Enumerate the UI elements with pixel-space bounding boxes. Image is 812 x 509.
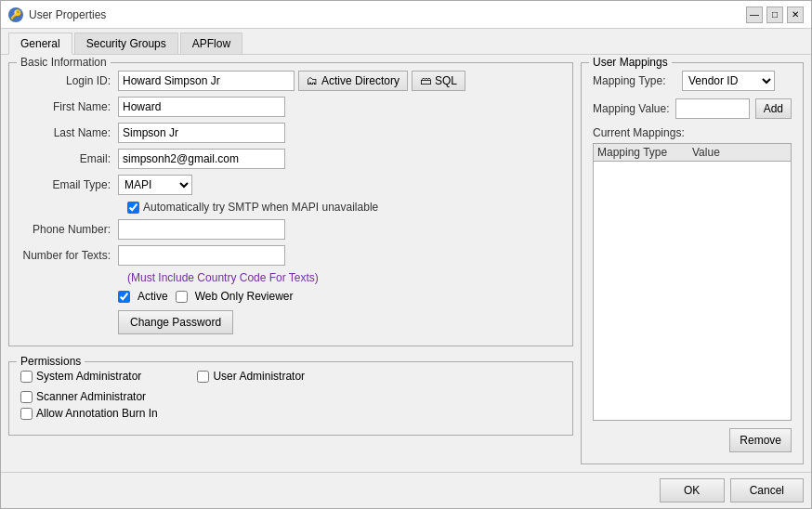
mapping-value-row: Mapping Value: Add xyxy=(593,98,792,119)
title-bar: 🔑 User Properties — □ ✕ xyxy=(1,1,811,29)
mapping-value-label: Mapping Value: xyxy=(593,102,670,115)
login-id-controls: 🗂 Active Directory 🗃 SQL xyxy=(118,71,465,91)
sys-admin-row: System Administrator xyxy=(20,370,141,383)
permissions-label: Permissions xyxy=(17,355,85,368)
tabs-bar: General Security Groups APFlow xyxy=(1,29,811,55)
window-icon: 🔑 xyxy=(8,7,23,22)
email-type-row: Email Type: MAPI SMTP Exchange xyxy=(20,175,561,195)
email-label: Email: xyxy=(20,152,118,165)
cancel-button[interactable]: Cancel xyxy=(730,478,804,502)
phone-row: Phone Number: xyxy=(20,219,561,240)
add-mapping-button[interactable]: Add xyxy=(755,98,792,119)
user-admin-label: User Administrator xyxy=(213,370,305,383)
minimize-button[interactable]: — xyxy=(746,7,763,23)
email-type-label: Email Type: xyxy=(20,178,118,191)
tab-security-groups[interactable]: Security Groups xyxy=(74,33,178,54)
web-only-label: Web Only Reviewer xyxy=(195,290,294,303)
window-title: User Properties xyxy=(29,8,106,21)
col-mapping-type: Mapping Type xyxy=(597,146,692,159)
user-admin-row: User Administrator xyxy=(197,370,305,383)
first-name-row: First Name: xyxy=(20,97,561,117)
active-label: Active xyxy=(138,290,168,303)
active-checkbox[interactable] xyxy=(118,291,130,303)
remove-row: Remove xyxy=(593,424,792,452)
scanner-admin-label: Scanner Administrator xyxy=(36,390,146,403)
last-name-input[interactable] xyxy=(118,123,285,143)
title-bar-left: 🔑 User Properties xyxy=(8,7,106,22)
first-name-label: First Name: xyxy=(20,100,118,113)
user-mappings-label: User Mappings xyxy=(589,56,672,69)
user-admin-checkbox[interactable] xyxy=(197,371,209,383)
mappings-body xyxy=(594,162,791,254)
ok-button[interactable]: OK xyxy=(660,478,725,502)
permissions-top-row: System Administrator User Administrator xyxy=(20,370,561,386)
right-panel: User Mappings Mapping Type: Vendor ID Em… xyxy=(581,62,804,464)
texts-input[interactable] xyxy=(118,245,285,266)
active-directory-button[interactable]: 🗂 Active Directory xyxy=(298,71,408,91)
smtp-text: Automatically try SMTP when MAPI unavail… xyxy=(143,201,378,214)
texts-label: Number for Texts: xyxy=(20,249,118,262)
bottom-bar: OK Cancel xyxy=(1,472,811,508)
annotation-label: Allow Annotation Burn In xyxy=(36,407,158,420)
mapping-type-label: Mapping Type: xyxy=(593,74,676,87)
scanner-admin-checkbox[interactable] xyxy=(20,391,33,403)
main-window: 🔑 User Properties — □ ✕ General Security… xyxy=(0,0,812,509)
close-button[interactable]: ✕ xyxy=(787,7,804,23)
scanner-admin-row: Scanner Administrator xyxy=(20,390,561,403)
user-mappings-group: User Mappings Mapping Type: Vendor ID Em… xyxy=(581,62,804,464)
current-mappings-label: Current Mappings: xyxy=(593,126,792,139)
mapping-type-row: Mapping Type: Vendor ID Employee ID Cust… xyxy=(593,71,792,91)
left-panel: Basic Information Login ID: 🗂 Active Dir… xyxy=(8,62,573,464)
sys-admin-checkbox[interactable] xyxy=(20,371,33,383)
mapping-type-select[interactable]: Vendor ID Employee ID Customer ID xyxy=(682,71,775,91)
permissions-group: Permissions System Administrator User Ad… xyxy=(8,361,573,436)
email-input[interactable] xyxy=(118,149,285,169)
email-type-select[interactable]: MAPI SMTP Exchange xyxy=(118,175,192,195)
first-name-input[interactable] xyxy=(118,97,285,117)
remove-button[interactable]: Remove xyxy=(729,428,792,452)
basic-info-group: Basic Information Login ID: 🗂 Active Dir… xyxy=(8,62,573,346)
active-row: Active Web Only Reviewer xyxy=(118,290,561,303)
change-password-button[interactable]: Change Password xyxy=(118,310,233,334)
title-controls: — □ ✕ xyxy=(746,7,804,23)
country-note: (Must Include Country Code For Texts) xyxy=(127,271,561,284)
login-id-label: Login ID: xyxy=(20,74,118,87)
tab-apflow[interactable]: APFlow xyxy=(180,33,242,54)
mapping-value-input[interactable] xyxy=(675,98,750,119)
ad-icon: 🗂 xyxy=(307,74,318,87)
tab-general[interactable]: General xyxy=(8,33,72,55)
web-only-checkbox[interactable] xyxy=(176,291,188,303)
annotation-row: Allow Annotation Burn In xyxy=(20,407,561,420)
last-name-label: Last Name: xyxy=(20,126,118,139)
phone-label: Phone Number: xyxy=(20,223,118,236)
texts-row: Number for Texts: xyxy=(20,245,561,266)
email-row: Email: xyxy=(20,149,561,169)
sql-icon: 🗃 xyxy=(420,74,431,87)
login-id-input[interactable] xyxy=(118,71,295,91)
last-name-row: Last Name: xyxy=(20,123,561,143)
basic-info-label: Basic Information xyxy=(17,56,111,69)
col-value: Value xyxy=(692,146,787,159)
sys-admin-label: System Administrator xyxy=(36,370,141,383)
phone-input[interactable] xyxy=(118,219,285,240)
login-id-row: Login ID: 🗂 Active Directory 🗃 SQL xyxy=(20,71,561,91)
mappings-header: Mapping Type Value xyxy=(594,144,791,162)
annotation-checkbox[interactable] xyxy=(20,408,33,420)
mappings-table: Mapping Type Value xyxy=(593,143,792,421)
sql-button[interactable]: 🗃 SQL xyxy=(412,71,465,91)
restore-button[interactable]: □ xyxy=(766,7,783,23)
smtp-row: Automatically try SMTP when MAPI unavail… xyxy=(127,201,561,214)
smtp-checkbox[interactable] xyxy=(127,202,139,214)
main-content: Basic Information Login ID: 🗂 Active Dir… xyxy=(1,55,811,472)
